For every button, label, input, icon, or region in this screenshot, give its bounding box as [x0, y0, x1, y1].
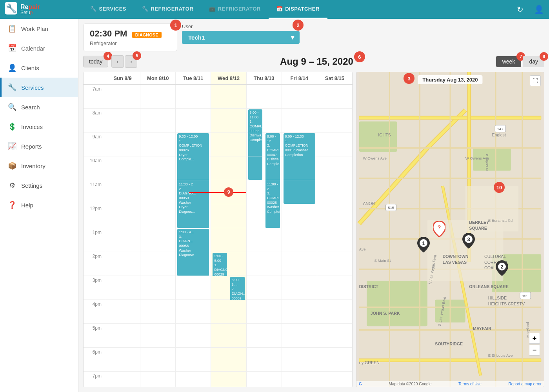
row-4pm: 4pm	[84, 300, 353, 324]
svg-text:S Main St: S Main St	[374, 258, 391, 263]
day-btn-wrapper: day 8	[523, 56, 544, 67]
map-report[interactable]: Report a map error	[509, 382, 542, 386]
user-select[interactable]: Tech1	[182, 31, 300, 44]
briefcase-icon: 💼	[209, 6, 216, 12]
svg-text:SOUTHRIDGE: SOUTHRIDGE	[435, 341, 463, 346]
map-marker-2[interactable]: 2	[496, 260, 508, 276]
thu-4pm	[247, 300, 282, 323]
sun-12pm	[105, 204, 140, 228]
sidebar-item-settings[interactable]: ⚙ Settings	[0, 176, 78, 195]
user-dropdown-wrapper: Tech1 ▼	[182, 31, 300, 44]
sidebar-item-work-plan[interactable]: 📋 Work Plan	[0, 19, 78, 38]
time-card-wrapper: 02:30 PM DIAGNOSE Refrigerator 1	[83, 24, 177, 51]
sat-11am	[317, 180, 353, 204]
sidebar-item-help[interactable]: ❓ Help	[0, 195, 78, 215]
tue-12pm	[176, 204, 211, 228]
time-11am: 11am	[84, 180, 105, 204]
time-5pm: 5pm	[84, 324, 105, 347]
svg-text:SQUARE: SQUARE	[469, 226, 487, 230]
tab-dispatcher[interactable]: 📅 DISPATCHER	[269, 0, 327, 19]
thu-11am: 11:00 - 23.COMPL...00025WasherCompletion	[247, 180, 282, 204]
wed-5pm	[211, 324, 246, 347]
sidebar-item-reports[interactable]: 📈 Reports	[0, 136, 78, 156]
tab-refrigerator1[interactable]: 🔧 REFRIGERATOR	[134, 0, 201, 19]
map-fullscreen-button[interactable]: ⛶	[530, 75, 541, 86]
sat-header: Sat 8/15	[317, 72, 353, 84]
svg-text:JOHN S. PARK: JOHN S. PARK	[371, 311, 400, 316]
sat-12pm	[317, 204, 353, 228]
tab-services[interactable]: 🔧 SERVICES	[82, 0, 134, 19]
tue-4pm	[176, 300, 211, 323]
wrench-icon-1: 🔧	[90, 6, 97, 12]
wed-1pm	[211, 228, 246, 252]
svg-text:HILLSIDE: HILLSIDE	[488, 296, 507, 300]
wed-4pm	[211, 300, 246, 323]
wed-12pm	[211, 204, 246, 228]
map-marker-3[interactable]: 3	[462, 233, 475, 249]
svg-text:DISTRICT: DISTRICT	[359, 284, 379, 289]
sidebar-item-services[interactable]: 🔧 Services	[0, 78, 78, 97]
sidebar-item-clients[interactable]: 👤 Clients	[0, 58, 78, 78]
dispatcher-area: 02:30 PM DIAGNOSE Refrigerator 1 User Te…	[78, 19, 549, 392]
user-button[interactable]: 👤	[533, 3, 545, 16]
sun-11am	[105, 180, 140, 204]
sidebar-item-inventory[interactable]: 📦 Inventory	[0, 156, 78, 176]
wed-7pm	[211, 372, 246, 387]
wed-9am	[211, 132, 246, 156]
time-3pm: 3pm	[84, 276, 105, 299]
map-terms[interactable]: Terms of Use	[458, 382, 482, 386]
badge-4: 4	[104, 52, 112, 60]
sidebar-item-calendar[interactable]: 📅 Calendar	[0, 38, 78, 58]
map-zoom-controls: + −	[529, 333, 540, 356]
wed-8am	[211, 109, 246, 132]
calendar-icon-sidebar: 📅	[8, 44, 16, 53]
clients-icon: 👤	[8, 64, 16, 72]
tue-10am	[176, 156, 211, 180]
mon-8am	[140, 109, 176, 132]
svg-text:?: ?	[438, 224, 441, 230]
reports-icon: 📈	[8, 142, 16, 151]
svg-text:DOWNTOWN: DOWNTOWN	[443, 254, 469, 259]
svg-text:1: 1	[422, 240, 425, 246]
today-btn-wrapper: today 4	[83, 56, 108, 67]
map-marker-unknown[interactable]: ?	[433, 221, 445, 237]
fri-7am	[282, 85, 317, 108]
sidebar-item-search[interactable]: 🔍 Search	[0, 97, 78, 117]
prev-week-button[interactable]: ‹	[111, 55, 124, 68]
fri-6pm	[282, 348, 317, 371]
calendar-controls-left: today 4 ‹ › 5	[83, 55, 137, 68]
zoom-in-button[interactable]: +	[529, 333, 540, 344]
svg-text:3: 3	[467, 236, 470, 242]
tue-9am: 9:00 - 12:001.COMPLETION00026DryerComple…	[176, 132, 211, 156]
row-6pm: 6pm	[84, 348, 353, 372]
time-card: 02:30 PM DIAGNOSE Refrigerator	[83, 24, 177, 51]
map-date-title: Thursday Aug 13, 2020	[418, 75, 482, 84]
invoices-icon: 💲	[8, 122, 16, 131]
thu-8am: 8:00 - 11:001.COMPLETI...00068Dishwa...C…	[247, 109, 282, 132]
time-8am: 8am	[84, 109, 105, 132]
refresh-button[interactable]: ↻	[514, 3, 526, 16]
tue-7pm	[176, 372, 211, 387]
nav-right-actions: ↻ 👤	[514, 3, 545, 16]
tue-3pm	[176, 276, 211, 299]
thu-10am	[247, 156, 282, 180]
body-area: 📋 Work Plan 📅 Calendar 👤 Clients 🔧 Servi…	[0, 19, 549, 392]
time-9am: 9am	[84, 132, 105, 156]
svg-text:E St Louis Ave: E St Louis Ave	[488, 353, 513, 358]
map-marker-1[interactable]: 1	[417, 237, 430, 252]
calendar-area: Sun 8/9 Mon 8/10 Tue 8/11 Wed 8/12 Thu 8…	[83, 72, 353, 387]
tab-refrigerator2[interactable]: 💼 REFRIGERATOR	[201, 0, 268, 19]
sidebar-item-invoices[interactable]: 💲 Invoices	[0, 117, 78, 136]
sun-3pm	[105, 276, 140, 299]
thu-6pm	[247, 348, 282, 371]
zoom-out-button[interactable]: −	[529, 345, 540, 356]
svg-text:LAS VEGAS: LAS VEGAS	[443, 260, 467, 265]
time-2pm: 2pm	[84, 252, 105, 276]
sun-10am	[105, 156, 140, 180]
thu-7pm	[247, 372, 282, 387]
calendar-body: 7am 8am	[84, 85, 353, 387]
current-time-line	[189, 192, 246, 193]
wed-header: Wed 8/12	[211, 72, 246, 84]
badge-2: 2	[293, 20, 304, 31]
nav-arrows-wrapper: ‹ › 5	[111, 55, 137, 68]
